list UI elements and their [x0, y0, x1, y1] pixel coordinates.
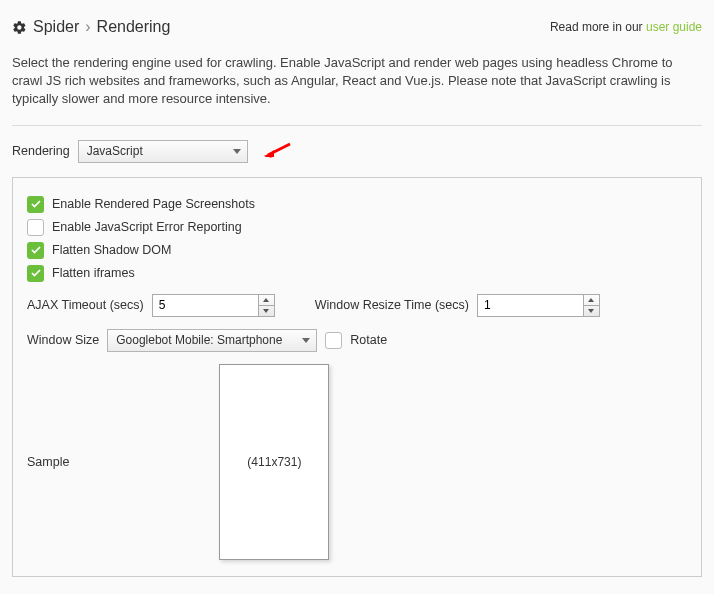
screenshots-checkbox[interactable] — [27, 196, 44, 213]
jserror-label: Enable JavaScript Error Reporting — [52, 220, 242, 234]
ajax-timeout-input[interactable] — [153, 295, 258, 316]
page-header: Spider › Rendering Read more in our user… — [12, 12, 702, 46]
ajax-timeout-spinner[interactable] — [152, 294, 275, 317]
sample-dimensions: (411x731) — [247, 455, 301, 469]
ajax-timeout-down-button[interactable] — [259, 306, 274, 316]
resize-time-spinner[interactable] — [477, 294, 600, 317]
breadcrumb-separator: › — [85, 18, 90, 36]
shadowdom-label: Flatten Shadow DOM — [52, 243, 172, 257]
breadcrumb-root: Spider — [33, 18, 79, 36]
gear-icon — [12, 20, 27, 35]
window-size-select[interactable]: Googlebot Mobile: Smartphone — [107, 329, 317, 352]
rendering-label: Rendering — [12, 144, 70, 158]
iframes-label: Flatten iframes — [52, 266, 135, 280]
chevron-down-icon — [588, 309, 594, 313]
chevron-up-icon — [588, 298, 594, 302]
resize-time-input[interactable] — [478, 295, 583, 316]
rendering-select[interactable]: JavaScript — [78, 140, 248, 163]
chevron-down-icon — [302, 338, 310, 343]
rendering-select-value: JavaScript — [87, 144, 143, 158]
chevron-up-icon — [263, 298, 269, 302]
arrow-annotation-icon — [262, 141, 292, 161]
rendering-options-panel: Enable Rendered Page Screenshots Enable … — [12, 177, 702, 577]
breadcrumb: Spider › Rendering — [12, 18, 170, 36]
user-guide-link[interactable]: user guide — [646, 20, 702, 34]
check-icon — [30, 267, 42, 279]
breadcrumb-leaf: Rendering — [97, 18, 171, 36]
chevron-down-icon — [233, 149, 241, 154]
page-description: Select the rendering engine used for cra… — [12, 54, 702, 109]
resize-time-label: Window Resize Time (secs) — [315, 298, 469, 312]
readmore-text: Read more in our user guide — [550, 20, 702, 34]
screenshots-label: Enable Rendered Page Screenshots — [52, 197, 255, 211]
ajax-timeout-label: AJAX Timeout (secs) — [27, 298, 144, 312]
resize-time-up-button[interactable] — [584, 295, 599, 306]
ajax-timeout-up-button[interactable] — [259, 295, 274, 306]
sample-preview: (411x731) — [219, 364, 329, 560]
sample-label: Sample — [27, 455, 69, 469]
check-icon — [30, 244, 42, 256]
window-size-label: Window Size — [27, 333, 99, 347]
divider — [12, 125, 702, 126]
resize-time-down-button[interactable] — [584, 306, 599, 316]
iframes-checkbox[interactable] — [27, 265, 44, 282]
rotate-checkbox[interactable] — [325, 332, 342, 349]
shadowdom-checkbox[interactable] — [27, 242, 44, 259]
rotate-label: Rotate — [350, 333, 387, 347]
chevron-down-icon — [263, 309, 269, 313]
check-icon — [30, 198, 42, 210]
window-size-value: Googlebot Mobile: Smartphone — [116, 333, 282, 347]
jserror-checkbox[interactable] — [27, 219, 44, 236]
